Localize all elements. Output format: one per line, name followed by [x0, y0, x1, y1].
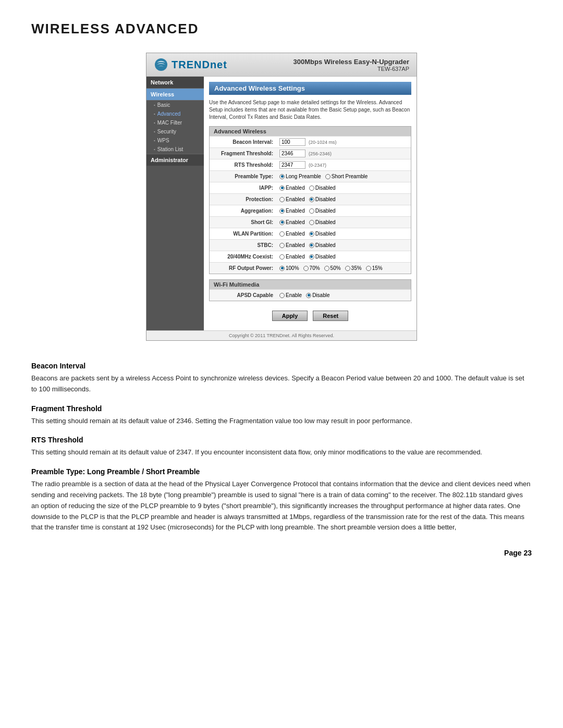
- device-frame: TRENDnet 300Mbps Wireless Easy-N-Upgrade…: [146, 53, 417, 341]
- wifi-multimedia-label: Wi-Fi Multimedia: [210, 280, 411, 289]
- aggregation-disabled-radio[interactable]: [309, 208, 314, 214]
- iapp-row: IAPP: Enabled Disabled: [210, 182, 411, 193]
- protection-row: Protection: Enabled Disabled: [210, 193, 411, 205]
- protection-disabled-option[interactable]: Disabled: [309, 196, 336, 202]
- main-content: Advanced Wireless Settings Use the Advan…: [204, 77, 417, 330]
- coexist-disabled-radio[interactable]: [309, 254, 314, 260]
- sidebar-wireless-header[interactable]: Wireless: [146, 89, 204, 101]
- stbc-disabled-option[interactable]: Disabled: [309, 242, 336, 248]
- preamble-long-option[interactable]: Long Preamble: [279, 174, 321, 179]
- aggregation-enabled-radio[interactable]: [279, 208, 285, 214]
- bullet-icon: •: [154, 103, 155, 107]
- apsd-label: APSD Capable: [210, 291, 277, 300]
- apply-button[interactable]: Apply: [272, 311, 308, 321]
- rts-threshold-input[interactable]: [279, 161, 305, 169]
- iapp-label: IAPP:: [210, 183, 277, 192]
- aggregation-disabled-option[interactable]: Disabled: [309, 208, 336, 214]
- rf-power-value: 100% 70% 50% 35%: [277, 264, 411, 273]
- logo-area: TRENDnet: [154, 57, 227, 72]
- rf-power-15-radio[interactable]: [366, 266, 371, 271]
- iapp-disabled-option[interactable]: Disabled: [309, 185, 336, 191]
- beacon-interval-heading: Beacon Interval: [31, 362, 532, 370]
- rf-power-70-option[interactable]: 70%: [303, 265, 320, 271]
- fragment-threshold-value: (256-2346): [277, 148, 411, 159]
- preamble-long-radio[interactable]: [279, 174, 285, 179]
- fragment-threshold-input[interactable]: [279, 150, 305, 157]
- stbc-enabled-radio[interactable]: [279, 243, 285, 248]
- sidebar-item-security[interactable]: • Security: [146, 127, 204, 136]
- short-gi-enabled-option[interactable]: Enabled: [279, 219, 305, 225]
- preamble-short-option[interactable]: Short Preamble: [325, 174, 368, 179]
- sidebar-network-header[interactable]: Network: [146, 77, 204, 89]
- short-gi-enabled-radio[interactable]: [279, 220, 285, 225]
- wlan-partition-row: WLAN Partition: Enabled Disabled: [210, 228, 411, 239]
- rts-threshold-row: RTS Threshold: (0-2347): [210, 159, 411, 170]
- coexist-disabled-option[interactable]: Disabled: [309, 254, 336, 260]
- rf-power-35-radio[interactable]: [345, 266, 350, 271]
- sidebar-item-wps[interactable]: • WPS: [146, 136, 204, 145]
- product-name: 300Mbps Wireless Easy-N-Upgrader: [293, 58, 409, 66]
- rf-power-label: RF Output Power:: [210, 264, 277, 273]
- device-body: Network Wireless • Basic • Advanced • MA…: [146, 77, 417, 330]
- apsd-disable-radio[interactable]: [306, 293, 311, 298]
- iapp-value: Enabled Disabled: [277, 183, 411, 192]
- iapp-enabled-option[interactable]: Enabled: [279, 185, 305, 191]
- rf-power-50-radio[interactable]: [324, 266, 329, 271]
- device-header: TRENDnet 300Mbps Wireless Easy-N-Upgrade…: [146, 53, 417, 77]
- sidebar-item-basic[interactable]: • Basic: [146, 101, 204, 109]
- wlan-partition-value: Enabled Disabled: [277, 229, 411, 238]
- page-title: WIRELESS ADVANCED: [31, 21, 532, 37]
- protection-enabled-option[interactable]: Enabled: [279, 196, 305, 202]
- sidebar-item-station-list[interactable]: • Station List: [146, 145, 204, 154]
- model-number: TEW-637AP: [293, 66, 409, 72]
- preamble-short-radio[interactable]: [325, 174, 331, 179]
- rf-power-35-option[interactable]: 35%: [345, 265, 362, 271]
- rts-threshold-doc: This setting should remain at its defaul…: [31, 447, 532, 458]
- short-gi-disabled-option[interactable]: Disabled: [309, 219, 336, 225]
- stbc-enabled-option[interactable]: Enabled: [279, 242, 305, 248]
- sidebar-administrator-header[interactable]: Administrator: [146, 154, 204, 166]
- rf-power-100-option[interactable]: 100%: [279, 265, 299, 271]
- protection-disabled-radio[interactable]: [309, 197, 314, 202]
- sidebar-item-advanced[interactable]: • Advanced: [146, 109, 204, 118]
- rts-threshold-hint: (0-2347): [309, 163, 326, 168]
- wlan-partition-disabled-option[interactable]: Disabled: [309, 231, 336, 237]
- preamble-type-row: Preamble Type: Long Preamble Short Pream…: [210, 170, 411, 182]
- rf-power-50-option[interactable]: 50%: [324, 265, 341, 271]
- iapp-disabled-radio[interactable]: [309, 186, 314, 191]
- rf-power-70-radio[interactable]: [303, 266, 309, 271]
- device-info: 300Mbps Wireless Easy-N-Upgrader TEW-637…: [293, 58, 409, 72]
- stbc-value: Enabled Disabled: [277, 241, 411, 250]
- short-gi-row: Short GI: Enabled Disabled: [210, 216, 411, 228]
- rts-threshold-heading: RTS Threshold: [31, 436, 532, 444]
- wlan-partition-disabled-radio[interactable]: [309, 231, 314, 237]
- apsd-enable-radio[interactable]: [279, 293, 285, 298]
- short-gi-disabled-radio[interactable]: [309, 220, 314, 225]
- rf-power-100-radio[interactable]: [279, 266, 285, 271]
- fragment-threshold-doc: This setting should remain at its defaul…: [31, 416, 532, 427]
- sidebar: Network Wireless • Basic • Advanced • MA…: [146, 77, 204, 330]
- stbc-disabled-radio[interactable]: [309, 243, 314, 248]
- sidebar-item-mac-filter[interactable]: • MAC Filter: [146, 118, 204, 127]
- beacon-interval-doc: Beacons are packets sent by a wireless A…: [31, 373, 532, 395]
- aggregation-enabled-option[interactable]: Enabled: [279, 208, 305, 214]
- network-section: Network Wireless • Basic • Advanced • MA…: [146, 77, 204, 154]
- bullet-icon: •: [154, 129, 155, 134]
- coexist-enabled-radio[interactable]: [279, 254, 285, 260]
- apsd-disable-option[interactable]: Disable: [306, 292, 329, 298]
- protection-label: Protection:: [210, 195, 277, 204]
- apsd-row: APSD Capable Enable Disable: [210, 289, 411, 301]
- protection-enabled-radio[interactable]: [279, 197, 285, 202]
- coexist-enabled-option[interactable]: Enabled: [279, 254, 305, 260]
- wlan-partition-enabled-radio[interactable]: [279, 231, 285, 237]
- beacon-interval-input[interactable]: [279, 138, 305, 146]
- reset-button[interactable]: Reset: [313, 311, 348, 321]
- wlan-partition-enabled-option[interactable]: Enabled: [279, 231, 305, 237]
- stbc-label: STBC:: [210, 241, 277, 250]
- coexist-row: 20/40MHz Coexist: Enabled Disabled: [210, 251, 411, 262]
- apsd-enable-option[interactable]: Enable: [279, 292, 302, 298]
- rf-power-15-option[interactable]: 15%: [366, 265, 383, 271]
- iapp-enabled-radio[interactable]: [279, 186, 285, 191]
- trendnet-logo-icon: [154, 57, 168, 72]
- fragment-threshold-hint: (256-2346): [309, 151, 332, 156]
